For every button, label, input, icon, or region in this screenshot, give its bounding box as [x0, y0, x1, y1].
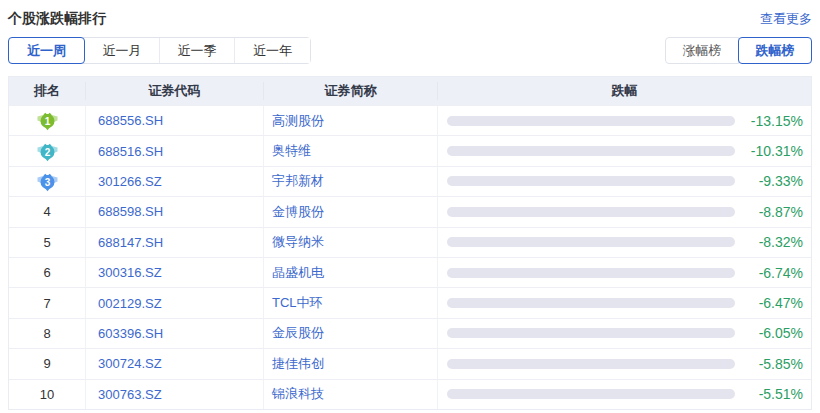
- svg-text:2: 2: [44, 146, 50, 157]
- code-cell: 688556.SH: [86, 106, 264, 135]
- stock-name-link[interactable]: 奥特维: [272, 142, 311, 160]
- medal-icon-rank-1: 1: [36, 110, 59, 131]
- stock-name-link[interactable]: 晶盛机电: [272, 264, 324, 282]
- widget-header: 个股涨跌幅排行 查看更多: [8, 9, 812, 29]
- rank-cell: 9: [9, 349, 86, 378]
- rank-cell: 6: [9, 258, 86, 287]
- stock-name-link[interactable]: 捷佳伟创: [272, 355, 324, 373]
- change-percent: -9.33%: [735, 173, 811, 189]
- change-cell: -6.74%: [438, 258, 811, 287]
- stock-code-link[interactable]: 603396.SH: [98, 326, 163, 341]
- rank-cell: 8: [9, 319, 86, 348]
- stock-name-link[interactable]: 金博股份: [272, 203, 324, 221]
- change-bar-track: [447, 268, 735, 278]
- table-row: 7 002129.SZ TCL中环 -6.47%: [9, 287, 811, 317]
- table-row: 4 688598.SH 金博股份 -8.87%: [9, 196, 811, 226]
- change-bar-track: [447, 237, 735, 247]
- code-cell: 301266.SZ: [86, 167, 264, 196]
- change-bar-track: [447, 116, 735, 126]
- page-title: 个股涨跌幅排行: [8, 10, 106, 28]
- stock-code-link[interactable]: 688516.SH: [98, 144, 163, 159]
- stock-name-link[interactable]: TCL中环: [272, 294, 323, 312]
- view-more-link[interactable]: 查看更多: [760, 10, 812, 28]
- name-cell: 锦浪科技: [264, 380, 438, 409]
- table-body: 1 688556.SH 高测股份 -13.15% 2 688516.SH 奥特维…: [9, 105, 811, 409]
- table-row: 3 301266.SZ 宇邦新材 -9.33%: [9, 166, 811, 196]
- rank-cell: 3: [9, 167, 86, 196]
- tab-period-quarter[interactable]: 近一季: [160, 38, 235, 63]
- tab-period-year[interactable]: 近一年: [235, 38, 310, 63]
- code-cell: 688147.SH: [86, 228, 264, 257]
- change-percent: -6.05%: [735, 325, 811, 341]
- table-row: 1 688556.SH 高测股份 -13.15%: [9, 105, 811, 135]
- medal-icon-rank-2: 2: [36, 141, 59, 162]
- table-row: 6 300316.SZ 晶盛机电 -6.74%: [9, 257, 811, 287]
- rank-cell: 4: [9, 197, 86, 226]
- change-percent: -5.85%: [735, 356, 811, 372]
- change-cell: -9.33%: [438, 167, 811, 196]
- name-cell: 晶盛机电: [264, 258, 438, 287]
- table-row: 9 300724.SZ 捷佳伟创 -5.85%: [9, 348, 811, 378]
- change-bar-track: [447, 146, 735, 156]
- change-bar-track: [447, 298, 735, 308]
- stock-rank-widget: 个股涨跌幅排行 查看更多 近一周 近一月 近一季 近一年 涨幅榜 跌幅榜 排名 …: [0, 9, 820, 410]
- code-cell: 688598.SH: [86, 197, 264, 226]
- table-row: 8 603396.SH 金辰股份 -6.05%: [9, 318, 811, 348]
- stock-name-link[interactable]: 锦浪科技: [272, 385, 324, 403]
- name-cell: 微导纳米: [264, 228, 438, 257]
- column-header-code: 证券代码: [86, 82, 264, 100]
- rank-cell: 2: [9, 136, 86, 165]
- table-header-row: 排名 证券代码 证券简称 跌幅: [9, 77, 811, 105]
- filter-bar: 近一周 近一月 近一季 近一年 涨幅榜 跌幅榜: [8, 37, 812, 64]
- table-row: 5 688147.SH 微导纳米 -8.32%: [9, 227, 811, 257]
- stock-code-link[interactable]: 300724.SZ: [98, 356, 162, 371]
- rank-cell: 10: [9, 380, 86, 409]
- column-header-rank: 排名: [9, 82, 86, 100]
- change-percent: -6.47%: [735, 295, 811, 311]
- change-cell: -13.15%: [438, 106, 811, 135]
- change-percent: -10.31%: [735, 143, 811, 159]
- stock-name-link[interactable]: 金辰股份: [272, 324, 324, 342]
- code-cell: 300316.SZ: [86, 258, 264, 287]
- change-cell: -8.32%: [438, 228, 811, 257]
- tab-gainers[interactable]: 涨幅榜: [665, 37, 739, 64]
- tab-losers[interactable]: 跌幅榜: [738, 37, 812, 64]
- name-cell: 奥特维: [264, 136, 438, 165]
- stock-code-link[interactable]: 002129.SZ: [98, 296, 162, 311]
- period-tab-group: 近一周 近一月 近一季 近一年: [8, 37, 311, 64]
- change-cell: -6.47%: [438, 288, 811, 317]
- stock-code-link[interactable]: 688556.SH: [98, 113, 163, 128]
- stock-name-link[interactable]: 微导纳米: [272, 233, 324, 251]
- name-cell: 金辰股份: [264, 319, 438, 348]
- stock-code-link[interactable]: 688147.SH: [98, 235, 163, 250]
- change-cell: -8.87%: [438, 197, 811, 226]
- change-bar-track: [447, 176, 735, 186]
- name-cell: 宇邦新材: [264, 167, 438, 196]
- table-row: 10 300763.SZ 锦浪科技 -5.51%: [9, 379, 811, 409]
- stock-code-link[interactable]: 300316.SZ: [98, 265, 162, 280]
- change-cell: -10.31%: [438, 136, 811, 165]
- change-percent: -5.51%: [735, 386, 811, 402]
- change-percent: -8.87%: [735, 204, 811, 220]
- code-cell: 300724.SZ: [86, 349, 264, 378]
- code-cell: 300763.SZ: [86, 380, 264, 409]
- tab-period-month[interactable]: 近一月: [85, 38, 160, 63]
- name-cell: 捷佳伟创: [264, 349, 438, 378]
- stock-name-link[interactable]: 高测股份: [272, 112, 324, 130]
- tab-period-week[interactable]: 近一周: [8, 37, 85, 64]
- stock-name-link[interactable]: 宇邦新材: [272, 172, 324, 190]
- stock-code-link[interactable]: 301266.SZ: [98, 174, 162, 189]
- code-cell: 688516.SH: [86, 136, 264, 165]
- stock-code-link[interactable]: 300763.SZ: [98, 387, 162, 402]
- change-percent: -13.15%: [735, 113, 811, 129]
- code-cell: 002129.SZ: [86, 288, 264, 317]
- rank-table: 排名 证券代码 证券简称 跌幅 1 688556.SH 高测股份 -13.15%…: [8, 76, 812, 410]
- change-cell: -5.51%: [438, 380, 811, 409]
- change-cell: -5.85%: [438, 349, 811, 378]
- name-cell: 高测股份: [264, 106, 438, 135]
- stock-code-link[interactable]: 688598.SH: [98, 204, 163, 219]
- medal-icon-rank-3: 3: [36, 171, 59, 192]
- rank-cell: 7: [9, 288, 86, 317]
- change-percent: -8.32%: [735, 234, 811, 250]
- column-header-change: 跌幅: [438, 82, 811, 100]
